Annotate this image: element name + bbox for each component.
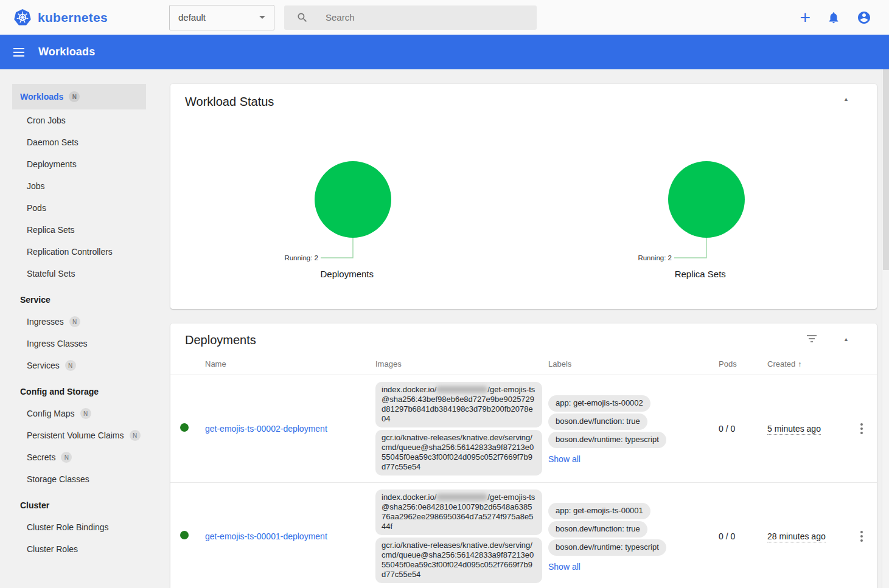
- collapse-card-icon[interactable]: ▲: [843, 96, 849, 102]
- deployments-table: get-emojis-ts-00002-deploymentindex.dock…: [170, 375, 877, 588]
- namespaced-badge: N: [69, 91, 80, 102]
- col-labels[interactable]: Labels: [548, 359, 719, 368]
- sidebar-item-label: Replication Controllers: [27, 247, 113, 257]
- namespaced-badge: N: [130, 430, 141, 441]
- sidebar-item-replication-controllers[interactable]: Replication Controllers: [12, 241, 146, 263]
- namespaced-badge: N: [65, 360, 76, 371]
- content: WorkloadsNCron JobsDaemon SetsDeployment…: [0, 69, 889, 588]
- sidebar-section-service: Service: [12, 289, 146, 311]
- sidebar-item-cluster-role-bindings[interactable]: Cluster Role Bindings: [12, 516, 146, 538]
- sidebar-item-ingresses[interactable]: IngressesN: [12, 311, 146, 333]
- image-chip: gcr.io/knative-releases/knative.dev/serv…: [375, 538, 542, 583]
- sidebar-item-label: Workloads: [20, 92, 63, 102]
- sidebar-item-label: Secrets: [27, 452, 55, 462]
- sidebar-item-persistent-volume-claims[interactable]: Persistent Volume ClaimsN: [12, 424, 146, 446]
- pods-value: 0 / 0: [719, 531, 767, 541]
- scrollbar[interactable]: [882, 69, 889, 588]
- sidebar-item-label: Ingresses: [27, 317, 64, 327]
- filter-list-icon: [806, 334, 817, 344]
- deployment-row: get-emojis-ts-00002-deploymentindex.dock…: [170, 375, 877, 482]
- search-icon: [296, 12, 309, 24]
- scrollbar-thumb[interactable]: [883, 69, 889, 270]
- sidebar-item-stateful-sets[interactable]: Stateful Sets: [12, 263, 146, 285]
- workload-chart-replica-sets: Running: 2Replica Sets: [524, 109, 877, 279]
- namespace-selector[interactable]: default: [169, 5, 274, 30]
- search-input[interactable]: [326, 12, 508, 22]
- create-button[interactable]: +: [800, 9, 811, 26]
- col-pods[interactable]: Pods: [719, 359, 767, 368]
- account-circle-icon: [857, 10, 871, 25]
- col-created[interactable]: Created↑: [767, 359, 846, 368]
- sidebar-item-config-maps[interactable]: Config MapsN: [12, 403, 146, 424]
- redacted-text: [436, 494, 487, 500]
- namespaced-badge: N: [69, 316, 80, 327]
- created-value: 28 minutes ago: [767, 531, 826, 542]
- col-images[interactable]: Images: [375, 359, 548, 368]
- pie-slice-running: [315, 161, 391, 238]
- topbar-actions: +: [800, 9, 871, 26]
- sidebar-item-workloads[interactable]: WorkloadsN: [12, 84, 146, 109]
- sidebar-item-label: Service: [20, 295, 51, 305]
- collapse-card-icon[interactable]: ▲: [843, 336, 849, 342]
- show-all-link[interactable]: Show all: [548, 562, 580, 572]
- status-running-icon: [180, 531, 189, 539]
- sidebar-item-label: Config Maps: [27, 409, 75, 418]
- workload-status-card: Workload Status ▲ Running: 2DeploymentsR…: [170, 84, 877, 309]
- notifications-button[interactable]: [827, 11, 840, 24]
- sidebar-item-cron-jobs[interactable]: Cron Jobs: [12, 109, 146, 131]
- sidebar-section-cluster: Cluster: [12, 494, 146, 516]
- deployment-name-link[interactable]: get-emojis-ts-00002-deployment: [205, 424, 327, 434]
- menu-icon[interactable]: [13, 46, 24, 59]
- label-chip: boson.dev/function: true: [548, 413, 647, 430]
- deployments-card: Deployments ▲ Name Images Labels: [170, 323, 877, 588]
- sidebar-section-config-and-storage: Config and Storage: [12, 381, 146, 403]
- sidebar-item-label: Replica Sets: [27, 225, 75, 235]
- sidebar-item-cluster-roles[interactable]: Cluster Roles: [12, 538, 146, 560]
- sidebar-item-services[interactable]: ServicesN: [12, 355, 146, 376]
- sidebar-item-pods[interactable]: Pods: [12, 197, 146, 219]
- sidebar-item-jobs[interactable]: Jobs: [12, 175, 146, 197]
- sidebar-item-label: Pods: [27, 203, 46, 213]
- chart-label: Deployments: [320, 269, 374, 279]
- brand[interactable]: kubernetes: [13, 9, 169, 27]
- namespace-value: default: [178, 12, 206, 22]
- kebab-menu-icon[interactable]: [858, 421, 865, 437]
- chevron-down-icon: [259, 16, 265, 19]
- account-button[interactable]: [857, 10, 871, 25]
- show-all-link[interactable]: Show all: [548, 454, 580, 464]
- sidebar-item-secrets[interactable]: SecretsN: [12, 446, 146, 468]
- sidebar-item-label: Deployments: [27, 159, 77, 169]
- sidebar-item-label: Daemon Sets: [27, 137, 78, 147]
- namespaced-badge: N: [61, 452, 72, 463]
- pie-slice-running: [668, 161, 745, 238]
- brand-name: kubernetes: [38, 10, 108, 25]
- kubernetes-logo-icon: [13, 9, 32, 27]
- sidebar-item-label: Storage Classes: [27, 474, 89, 484]
- top-bar: kubernetes default +: [0, 0, 889, 35]
- sidebar-item-label: Ingress Classes: [27, 339, 88, 348]
- sidebar-item-ingress-classes[interactable]: Ingress Classes: [12, 333, 146, 355]
- sidebar-item-label: Stateful Sets: [27, 269, 75, 278]
- page-title: Workloads: [38, 46, 96, 58]
- callout-label: Running: 2: [285, 254, 319, 261]
- created-value: 5 minutes ago: [767, 424, 821, 435]
- sidebar-item-daemon-sets[interactable]: Daemon Sets: [12, 131, 146, 153]
- filter-button[interactable]: [806, 334, 817, 344]
- redacted-text: [436, 386, 487, 393]
- sidebar-item-storage-classes[interactable]: Storage Classes: [12, 468, 146, 490]
- namespaced-badge: N: [80, 408, 91, 419]
- col-name[interactable]: Name: [205, 359, 375, 368]
- callout-line: [674, 238, 706, 258]
- sidebar-item-label: Cluster Roles: [27, 544, 78, 554]
- callout-line: [321, 238, 353, 258]
- deployment-name-link[interactable]: get-emojis-ts-00001-deployment: [205, 531, 327, 541]
- sidebar-item-label: Persistent Volume Claims: [27, 431, 124, 440]
- image-chip: index.docker.io//get-emojis-ts@sha256:0e…: [375, 489, 542, 535]
- charts-row: Running: 2DeploymentsRunning: 2Replica S…: [170, 109, 877, 279]
- sidebar-item-deployments[interactable]: Deployments: [12, 153, 146, 175]
- sidebar-item-replica-sets[interactable]: Replica Sets: [12, 219, 146, 241]
- workload-chart-deployments: Running: 2Deployments: [170, 109, 524, 279]
- label-chip: app: get-emojis-ts-00001: [548, 503, 650, 519]
- kebab-menu-icon[interactable]: [858, 528, 865, 544]
- label-chip: boson.dev/function: true: [548, 521, 647, 538]
